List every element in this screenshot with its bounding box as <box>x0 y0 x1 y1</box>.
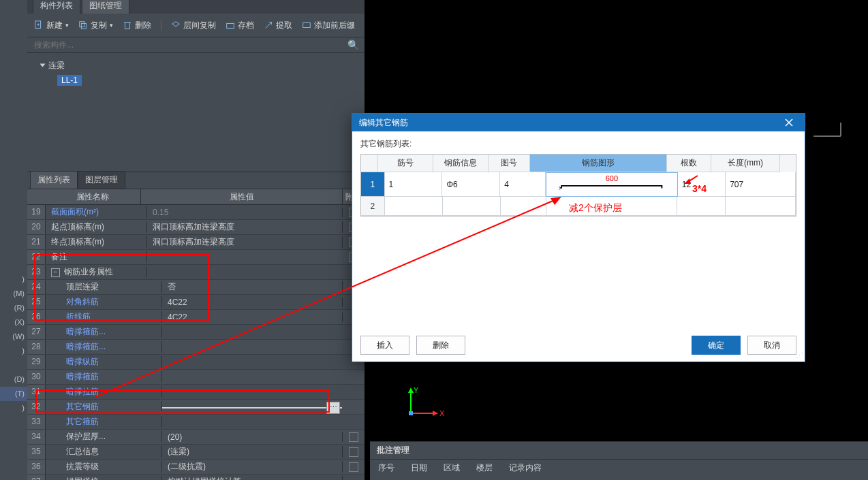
col-count[interactable]: 根数 <box>667 155 711 172</box>
property-value[interactable]: 0.15 <box>147 208 343 217</box>
col-rebar-shape[interactable]: 钢筋图形 <box>530 155 667 172</box>
property-row[interactable]: 36抗震等级(二级抗震) <box>27 460 365 475</box>
col-rebar-info[interactable]: 钢筋信息 <box>433 155 489 172</box>
row-number[interactable]: 2 <box>361 197 385 216</box>
property-name: 暗撑纵筋 <box>46 356 162 368</box>
property-row[interactable]: 21终点顶标高(m)洞口顶标高加连梁高度 <box>27 235 365 250</box>
cancel-button[interactable]: 取消 <box>747 336 796 355</box>
col-rownum[interactable] <box>361 155 378 172</box>
value-editor[interactable]: ⋯ <box>162 407 342 409</box>
row-number: 26 <box>27 310 46 324</box>
extract-icon <box>264 20 273 30</box>
shape-dimension: 600 <box>606 174 618 182</box>
search-input[interactable] <box>33 39 347 50</box>
cell-rebar-info[interactable] <box>443 197 501 216</box>
archive-button[interactable]: 存档 <box>226 20 254 31</box>
caret-down-icon <box>40 64 46 67</box>
tree-node-root[interactable]: 连梁 <box>41 59 365 72</box>
floor-copy-button[interactable]: 层间复制 <box>171 20 216 31</box>
separator <box>161 20 161 31</box>
checkbox-icon[interactable] <box>349 462 358 472</box>
delete-row-button[interactable]: 删除 <box>416 336 465 355</box>
table-row[interactable]: 1 1 Φ6 4 600 12 707 <box>361 172 796 197</box>
property-row[interactable]: 19截面面积(m²)0.15 <box>27 205 365 220</box>
property-value[interactable]: (二级抗震) <box>162 461 343 473</box>
cell-length[interactable]: 707 <box>726 172 796 197</box>
prefix-suffix-button[interactable]: 添加前后缀 <box>302 20 355 31</box>
property-value[interactable]: 洞口顶标高加连梁高度 <box>147 221 343 233</box>
corner-mark-icon <box>813 123 854 150</box>
gutter-cell: ) <box>0 272 27 287</box>
new-button[interactable]: 新建 ▾ <box>34 20 69 31</box>
property-row[interactable]: 25对角斜筋4C22 <box>27 295 365 310</box>
cell-rebar-info[interactable]: Φ6 <box>442 172 500 197</box>
svg-marker-13 <box>433 411 438 416</box>
cell-count[interactable] <box>677 197 726 216</box>
tree-node-child[interactable]: LL-1 <box>57 75 82 86</box>
property-row[interactable]: 37锚固搭接按默认锚固搭接计算 <box>27 475 365 480</box>
cell-fig-no[interactable]: 4 <box>500 172 546 197</box>
checkbox-icon[interactable] <box>349 432 358 442</box>
cell-rebar-no[interactable] <box>385 197 443 216</box>
property-row[interactable]: 31暗撑拉筋 <box>27 385 365 400</box>
tab-property-list[interactable]: 属性列表 <box>30 171 78 189</box>
property-row[interactable]: 34保护层厚...(20) <box>27 430 365 445</box>
property-value[interactable]: (连梁) <box>162 446 343 458</box>
cell-count[interactable]: 12 <box>678 172 726 197</box>
resize-grip-icon[interactable]: ⋰ <box>796 351 802 360</box>
cell-rebar-no[interactable]: 1 <box>385 172 443 197</box>
extra-checkbox[interactable] <box>343 447 365 457</box>
tab-layer-manage[interactable]: 图层管理 <box>78 171 125 189</box>
extra-checkbox[interactable] <box>343 432 365 442</box>
checkbox-icon[interactable] <box>349 447 358 457</box>
property-row[interactable]: 30暗撑箍筋 <box>27 370 365 385</box>
row-number[interactable]: 1 <box>361 172 385 197</box>
table-row[interactable]: 2 <box>361 197 796 216</box>
property-row[interactable]: 33其它箍筋 <box>27 415 365 430</box>
cell-rebar-shape[interactable] <box>546 197 678 216</box>
property-value[interactable]: (20) <box>162 432 343 442</box>
extra-checkbox[interactable] <box>343 462 365 472</box>
insert-button[interactable]: 插入 <box>360 336 409 355</box>
col-length[interactable]: 长度(mm) <box>711 155 780 172</box>
property-row[interactable]: 26折线筋4C22 <box>27 310 365 325</box>
row-number: 30 <box>27 370 46 384</box>
property-row[interactable]: 23−钢筋业务属性 <box>27 265 365 280</box>
property-value[interactable]: 洞口顶标高加连梁高度 <box>147 236 343 248</box>
property-value[interactable]: 4C22 <box>162 298 343 307</box>
cell-length[interactable] <box>726 197 796 216</box>
tab-drawing-manage[interactable]: 图纸管理 <box>82 0 129 14</box>
copy-button[interactable]: 复制 ▾ <box>78 20 113 31</box>
gutter-cell: (D) <box>0 372 27 387</box>
left-gutter: ) (M) (R) (X) (W) ) (D) (T) ) <box>0 0 28 480</box>
property-value[interactable]: 否 <box>162 281 343 293</box>
row-number: 20 <box>27 220 46 234</box>
col-fig-no[interactable]: 图号 <box>489 155 530 172</box>
property-row[interactable]: 29暗撑纵筋 <box>27 355 365 370</box>
property-row[interactable]: 35汇总信息(连梁) <box>27 445 365 460</box>
tab-component-list[interactable]: 构件列表 <box>33 0 80 14</box>
dialog-titlebar[interactable]: 编辑其它钢筋 <box>352 114 805 131</box>
extract-button[interactable]: 提取 <box>264 20 292 31</box>
cell-rebar-shape[interactable]: 600 <box>546 172 678 197</box>
property-name: −钢筋业务属性 <box>46 266 147 278</box>
property-row[interactable]: 22备注 <box>27 250 365 265</box>
property-row[interactable]: 28暗撑箍筋... <box>27 340 365 355</box>
col-rebar-no[interactable]: 筋号 <box>378 155 433 172</box>
property-row[interactable]: 24顶层连梁否 <box>27 280 365 295</box>
property-value[interactable]: 按默认锚固搭接计算 <box>162 476 343 480</box>
property-row[interactable]: 27暗撑箍筋... <box>27 325 365 340</box>
property-value[interactable]: 4C22 <box>162 313 343 322</box>
property-row[interactable]: 20起点顶标高(m)洞口顶标高加连梁高度 <box>27 220 365 235</box>
search-icon[interactable]: 🔍 <box>347 39 359 50</box>
delete-button[interactable]: 删除 <box>123 20 151 31</box>
gutter-cell: (M) <box>0 287 27 301</box>
property-row[interactable]: 32其它钢筋⋯ <box>27 400 365 415</box>
cell-fig-no[interactable] <box>501 197 546 216</box>
collapse-icon[interactable]: − <box>51 268 60 277</box>
ok-button[interactable]: 确定 <box>692 336 741 355</box>
property-name: 截面面积(m²) <box>46 206 147 218</box>
close-button[interactable] <box>780 114 798 131</box>
property-name: 其它箍筋 <box>46 416 162 428</box>
ellipsis-button[interactable]: ⋯ <box>326 402 340 414</box>
